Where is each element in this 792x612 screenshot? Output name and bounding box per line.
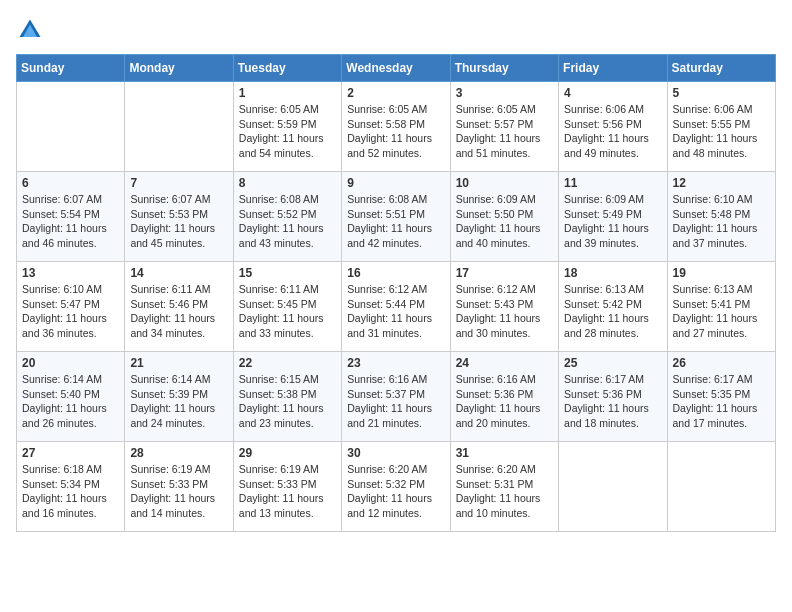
calendar-cell: 8Sunrise: 6:08 AMSunset: 5:52 PMDaylight… — [233, 172, 341, 262]
day-number: 4 — [564, 86, 661, 100]
calendar-cell: 26Sunrise: 6:17 AMSunset: 5:35 PMDayligh… — [667, 352, 775, 442]
day-number: 7 — [130, 176, 227, 190]
calendar-cell: 11Sunrise: 6:09 AMSunset: 5:49 PMDayligh… — [559, 172, 667, 262]
weekday-header: Tuesday — [233, 55, 341, 82]
day-number: 27 — [22, 446, 119, 460]
day-number: 9 — [347, 176, 444, 190]
calendar-cell: 5Sunrise: 6:06 AMSunset: 5:55 PMDaylight… — [667, 82, 775, 172]
weekday-header: Wednesday — [342, 55, 450, 82]
calendar-cell: 18Sunrise: 6:13 AMSunset: 5:42 PMDayligh… — [559, 262, 667, 352]
day-number: 8 — [239, 176, 336, 190]
calendar-cell — [125, 82, 233, 172]
day-info: Sunrise: 6:18 AMSunset: 5:34 PMDaylight:… — [22, 462, 119, 521]
day-number: 29 — [239, 446, 336, 460]
day-info: Sunrise: 6:06 AMSunset: 5:55 PMDaylight:… — [673, 102, 770, 161]
weekday-header: Thursday — [450, 55, 558, 82]
day-number: 13 — [22, 266, 119, 280]
day-number: 11 — [564, 176, 661, 190]
calendar-week-row: 13Sunrise: 6:10 AMSunset: 5:47 PMDayligh… — [17, 262, 776, 352]
calendar-cell: 12Sunrise: 6:10 AMSunset: 5:48 PMDayligh… — [667, 172, 775, 262]
day-number: 19 — [673, 266, 770, 280]
calendar-cell: 29Sunrise: 6:19 AMSunset: 5:33 PMDayligh… — [233, 442, 341, 532]
day-info: Sunrise: 6:05 AMSunset: 5:59 PMDaylight:… — [239, 102, 336, 161]
day-info: Sunrise: 6:10 AMSunset: 5:47 PMDaylight:… — [22, 282, 119, 341]
day-info: Sunrise: 6:07 AMSunset: 5:53 PMDaylight:… — [130, 192, 227, 251]
day-number: 6 — [22, 176, 119, 190]
weekday-header-row: SundayMondayTuesdayWednesdayThursdayFrid… — [17, 55, 776, 82]
day-number: 1 — [239, 86, 336, 100]
day-number: 31 — [456, 446, 553, 460]
day-number: 2 — [347, 86, 444, 100]
day-info: Sunrise: 6:08 AMSunset: 5:51 PMDaylight:… — [347, 192, 444, 251]
calendar-cell: 9Sunrise: 6:08 AMSunset: 5:51 PMDaylight… — [342, 172, 450, 262]
calendar-table: SundayMondayTuesdayWednesdayThursdayFrid… — [16, 54, 776, 532]
day-info: Sunrise: 6:16 AMSunset: 5:37 PMDaylight:… — [347, 372, 444, 431]
weekday-header: Monday — [125, 55, 233, 82]
day-info: Sunrise: 6:09 AMSunset: 5:50 PMDaylight:… — [456, 192, 553, 251]
calendar-cell: 15Sunrise: 6:11 AMSunset: 5:45 PMDayligh… — [233, 262, 341, 352]
calendar-week-row: 6Sunrise: 6:07 AMSunset: 5:54 PMDaylight… — [17, 172, 776, 262]
calendar-cell — [17, 82, 125, 172]
calendar-cell: 23Sunrise: 6:16 AMSunset: 5:37 PMDayligh… — [342, 352, 450, 442]
day-info: Sunrise: 6:20 AMSunset: 5:31 PMDaylight:… — [456, 462, 553, 521]
calendar-cell: 4Sunrise: 6:06 AMSunset: 5:56 PMDaylight… — [559, 82, 667, 172]
day-info: Sunrise: 6:12 AMSunset: 5:43 PMDaylight:… — [456, 282, 553, 341]
day-info: Sunrise: 6:19 AMSunset: 5:33 PMDaylight:… — [130, 462, 227, 521]
page-header — [16, 16, 776, 44]
day-info: Sunrise: 6:12 AMSunset: 5:44 PMDaylight:… — [347, 282, 444, 341]
day-number: 18 — [564, 266, 661, 280]
day-info: Sunrise: 6:09 AMSunset: 5:49 PMDaylight:… — [564, 192, 661, 251]
calendar-cell: 13Sunrise: 6:10 AMSunset: 5:47 PMDayligh… — [17, 262, 125, 352]
day-info: Sunrise: 6:11 AMSunset: 5:46 PMDaylight:… — [130, 282, 227, 341]
calendar-cell: 20Sunrise: 6:14 AMSunset: 5:40 PMDayligh… — [17, 352, 125, 442]
calendar-cell: 24Sunrise: 6:16 AMSunset: 5:36 PMDayligh… — [450, 352, 558, 442]
logo — [16, 16, 48, 44]
calendar-cell: 7Sunrise: 6:07 AMSunset: 5:53 PMDaylight… — [125, 172, 233, 262]
day-number: 16 — [347, 266, 444, 280]
day-number: 3 — [456, 86, 553, 100]
day-info: Sunrise: 6:05 AMSunset: 5:57 PMDaylight:… — [456, 102, 553, 161]
day-number: 12 — [673, 176, 770, 190]
day-number: 15 — [239, 266, 336, 280]
calendar-cell — [667, 442, 775, 532]
calendar-cell: 6Sunrise: 6:07 AMSunset: 5:54 PMDaylight… — [17, 172, 125, 262]
weekday-header: Sunday — [17, 55, 125, 82]
day-info: Sunrise: 6:11 AMSunset: 5:45 PMDaylight:… — [239, 282, 336, 341]
calendar-cell: 17Sunrise: 6:12 AMSunset: 5:43 PMDayligh… — [450, 262, 558, 352]
calendar-cell: 10Sunrise: 6:09 AMSunset: 5:50 PMDayligh… — [450, 172, 558, 262]
day-number: 5 — [673, 86, 770, 100]
calendar-cell: 21Sunrise: 6:14 AMSunset: 5:39 PMDayligh… — [125, 352, 233, 442]
calendar-week-row: 1Sunrise: 6:05 AMSunset: 5:59 PMDaylight… — [17, 82, 776, 172]
calendar-cell: 30Sunrise: 6:20 AMSunset: 5:32 PMDayligh… — [342, 442, 450, 532]
calendar-week-row: 27Sunrise: 6:18 AMSunset: 5:34 PMDayligh… — [17, 442, 776, 532]
day-info: Sunrise: 6:13 AMSunset: 5:41 PMDaylight:… — [673, 282, 770, 341]
day-number: 22 — [239, 356, 336, 370]
day-number: 21 — [130, 356, 227, 370]
day-info: Sunrise: 6:07 AMSunset: 5:54 PMDaylight:… — [22, 192, 119, 251]
day-info: Sunrise: 6:08 AMSunset: 5:52 PMDaylight:… — [239, 192, 336, 251]
day-info: Sunrise: 6:15 AMSunset: 5:38 PMDaylight:… — [239, 372, 336, 431]
day-number: 20 — [22, 356, 119, 370]
day-info: Sunrise: 6:06 AMSunset: 5:56 PMDaylight:… — [564, 102, 661, 161]
day-info: Sunrise: 6:16 AMSunset: 5:36 PMDaylight:… — [456, 372, 553, 431]
day-info: Sunrise: 6:20 AMSunset: 5:32 PMDaylight:… — [347, 462, 444, 521]
calendar-cell: 25Sunrise: 6:17 AMSunset: 5:36 PMDayligh… — [559, 352, 667, 442]
day-number: 10 — [456, 176, 553, 190]
day-info: Sunrise: 6:19 AMSunset: 5:33 PMDaylight:… — [239, 462, 336, 521]
day-info: Sunrise: 6:13 AMSunset: 5:42 PMDaylight:… — [564, 282, 661, 341]
day-info: Sunrise: 6:14 AMSunset: 5:39 PMDaylight:… — [130, 372, 227, 431]
day-number: 30 — [347, 446, 444, 460]
calendar-cell: 28Sunrise: 6:19 AMSunset: 5:33 PMDayligh… — [125, 442, 233, 532]
calendar-cell: 22Sunrise: 6:15 AMSunset: 5:38 PMDayligh… — [233, 352, 341, 442]
calendar-cell — [559, 442, 667, 532]
weekday-header: Friday — [559, 55, 667, 82]
day-number: 17 — [456, 266, 553, 280]
calendar-cell: 2Sunrise: 6:05 AMSunset: 5:58 PMDaylight… — [342, 82, 450, 172]
calendar-cell: 19Sunrise: 6:13 AMSunset: 5:41 PMDayligh… — [667, 262, 775, 352]
day-info: Sunrise: 6:17 AMSunset: 5:36 PMDaylight:… — [564, 372, 661, 431]
day-number: 23 — [347, 356, 444, 370]
day-number: 26 — [673, 356, 770, 370]
calendar-cell: 31Sunrise: 6:20 AMSunset: 5:31 PMDayligh… — [450, 442, 558, 532]
calendar-cell: 16Sunrise: 6:12 AMSunset: 5:44 PMDayligh… — [342, 262, 450, 352]
calendar-week-row: 20Sunrise: 6:14 AMSunset: 5:40 PMDayligh… — [17, 352, 776, 442]
